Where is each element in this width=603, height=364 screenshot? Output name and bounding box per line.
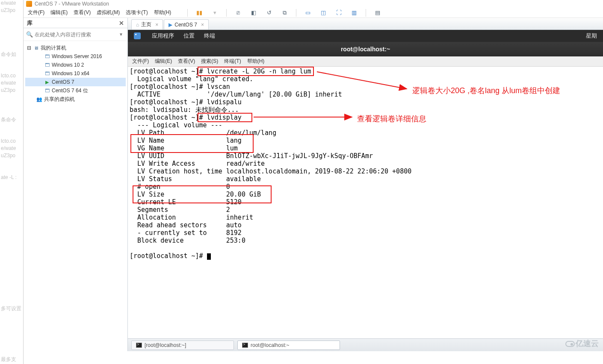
tab-centos7[interactable]: ▶ CentOS 7 × <box>164 19 209 29</box>
tab-close-icon[interactable]: × <box>155 22 158 28</box>
window-title: CentOS 7 - VMware Workstation <box>35 1 109 7</box>
annotation-text-1: 逻辑卷大小20G ,卷名lang 从lum卷组中创建 <box>412 85 560 96</box>
term-menu-file[interactable]: 文件(F) <box>132 58 149 65</box>
search-dropdown-icon[interactable]: ▼ <box>117 32 125 37</box>
main-area: 库 ✕ 🔍 ▼ ⊟ 🖥 我的计算机 🗔 Windows Server 2016 <box>24 18 603 351</box>
activities-icon[interactable] <box>134 32 141 39</box>
tree-item-win10x64[interactable]: 🗔 Windows 10 x64 <box>25 69 126 78</box>
sidebar-close-button[interactable]: ✕ <box>119 20 124 26</box>
tree-shared-label: 共享的虚拟机 <box>44 96 75 103</box>
gnome-clock[interactable]: 星期 <box>586 32 597 40</box>
tab-home-label: 主页 <box>141 21 151 28</box>
terminal-window-title: root@localhost:~ <box>341 46 390 53</box>
gnome-top-bar: 应用程序 位置 终端 星期 <box>128 30 603 42</box>
vm-icon: 🗔 <box>44 62 50 68</box>
term-menu-search[interactable]: 搜索(S) <box>201 58 218 65</box>
library-toggle-button[interactable]: ▤ <box>373 8 382 18</box>
resume-dropdown[interactable]: ▾ <box>210 8 219 18</box>
content-area: ⌂ 主页 × ▶ CentOS 7 × 应用程序 位置 终端 星期 <box>128 18 603 351</box>
tree-item-label: CentOS 7 <box>52 79 74 85</box>
task-item-2[interactable]: root@localhost:~ <box>237 341 340 350</box>
menu-edit[interactable]: 编辑(E) <box>50 9 68 16</box>
term-menu-edit[interactable]: 编辑(E) <box>155 58 172 65</box>
tree-item-win10-2[interactable]: 🗔 Windows 10 2 <box>25 61 126 69</box>
watermark-icon <box>565 341 575 347</box>
tree-item-centos7[interactable]: ▶ CentOS 7 <box>25 78 126 86</box>
vmware-icon <box>26 1 32 7</box>
term-menu-terminal[interactable]: 终端(T) <box>224 58 241 65</box>
vm-icon: 🗔 <box>44 53 50 59</box>
tab-close-icon[interactable]: × <box>201 22 204 28</box>
gnome-terminal[interactable]: 终端 <box>204 32 215 40</box>
menu-help[interactable]: 帮助(H) <box>154 9 171 16</box>
menu-vm[interactable]: 虚拟机(M) <box>97 9 120 16</box>
task-item-label: [root@localhost:~] <box>145 342 186 348</box>
pause-button[interactable]: ▮▮ <box>195 8 204 18</box>
term-menu-view[interactable]: 查看(V) <box>178 58 195 65</box>
snapshot-button[interactable]: ◧ <box>249 8 258 18</box>
tree-shared[interactable]: 👥 共享的虚拟机 <box>25 95 126 103</box>
tree-item-label: Windows 10 x64 <box>52 70 89 76</box>
multimonitor-button[interactable]: ▥ <box>349 8 359 18</box>
terminal-viewport[interactable]: [root@localhost ~]# lvcreate -L 20G -n l… <box>128 67 603 351</box>
vm-tree: ⊟ 🖥 我的计算机 🗔 Windows Server 2016 🗔 Window… <box>24 41 127 106</box>
snapshot-manager-button[interactable]: ⧉ <box>280 8 289 18</box>
term-menu-help[interactable]: 帮助(H) <box>247 58 265 65</box>
sidebar-search: 🔍 ▼ <box>24 28 127 41</box>
menu-view[interactable]: 查看(V) <box>74 9 91 16</box>
tree-item-label: Windows Server 2016 <box>52 53 102 59</box>
task-item-1[interactable]: [root@localhost:~] <box>131 341 234 350</box>
tree-item-ws2016[interactable]: 🗔 Windows Server 2016 <box>25 52 126 61</box>
vm-tab-icon: ▶ <box>168 22 172 28</box>
tab-vm-label: CentOS 7 <box>174 22 197 28</box>
sidebar-title: 库 <box>27 19 33 27</box>
snapshot-revert-button[interactable]: ↺ <box>264 8 274 18</box>
gnome-taskbar: [root@localhost:~] root@localhost:~ <box>128 338 603 351</box>
vm-icon: 🗔 <box>44 70 50 76</box>
vm-icon: 🗔 <box>44 88 50 94</box>
search-input[interactable] <box>35 32 115 38</box>
cursor-icon <box>207 253 211 260</box>
computer-icon: 🖥 <box>33 45 39 51</box>
gnome-places[interactable]: 位置 <box>183 32 195 40</box>
tree-item-centos7-64[interactable]: 🗔 CentOS 7 64 位 <box>25 86 126 95</box>
title-bar: CentOS 7 - VMware Workstation <box>24 0 603 8</box>
watermark: 亿速云 <box>565 338 599 349</box>
menu-bar: 文件(F) 编辑(E) 查看(V) 虚拟机(M) 选项卡(T) 帮助(H) ▮▮… <box>24 8 603 18</box>
menu-file[interactable]: 文件(F) <box>28 9 44 16</box>
fullscreen-button[interactable]: ⛶ <box>334 8 343 18</box>
vmware-window: CentOS 7 - VMware Workstation 文件(F) 编辑(E… <box>23 0 603 364</box>
annotation-text-2: 查看逻辑卷详细信息 <box>357 114 426 124</box>
fit-guest-button[interactable]: ▭ <box>303 8 313 18</box>
menu-tabs[interactable]: 选项卡(T) <box>126 9 148 16</box>
tab-home[interactable]: ⌂ 主页 × <box>131 19 163 29</box>
shared-icon: 👥 <box>36 96 42 102</box>
tree-item-label: CentOS 7 64 位 <box>52 87 88 94</box>
library-sidebar: 库 ✕ 🔍 ▼ ⊟ 🖥 我的计算机 🗔 Windows Server 2016 <box>24 18 128 351</box>
terminal-icon <box>136 343 142 348</box>
unity-button[interactable]: ◫ <box>319 8 328 18</box>
tree-root-label: 我的计算机 <box>41 44 66 52</box>
page-gutter: e/wateuZ3po命令如lcto.coe/wateuZ3po条命令lcto.… <box>0 0 23 364</box>
terminal-title-bar: root@localhost:~ <box>128 42 603 56</box>
send-keys-button[interactable]: ⎚ <box>234 8 243 18</box>
terminal-icon <box>242 343 248 348</box>
expand-icon: ⊟ <box>27 45 31 51</box>
terminal-menu-bar: 文件(F) 编辑(E) 查看(V) 搜索(S) 终端(T) 帮助(H) <box>128 56 603 67</box>
tree-item-label: Windows 10 2 <box>52 62 84 68</box>
tab-strip: ⌂ 主页 × ▶ CentOS 7 × <box>128 18 603 30</box>
task-item-label: root@localhost:~ <box>251 342 290 348</box>
tree-root[interactable]: ⊟ 🖥 我的计算机 <box>25 44 126 52</box>
search-icon: 🔍 <box>26 31 33 38</box>
gnome-apps[interactable]: 应用程序 <box>152 32 174 40</box>
terminal-output: [root@localhost ~]# lvcreate -L 20G -n l… <box>128 67 413 261</box>
sidebar-header: 库 ✕ <box>24 18 127 28</box>
home-icon: ⌂ <box>136 22 139 28</box>
vm-running-icon: ▶ <box>44 79 50 85</box>
